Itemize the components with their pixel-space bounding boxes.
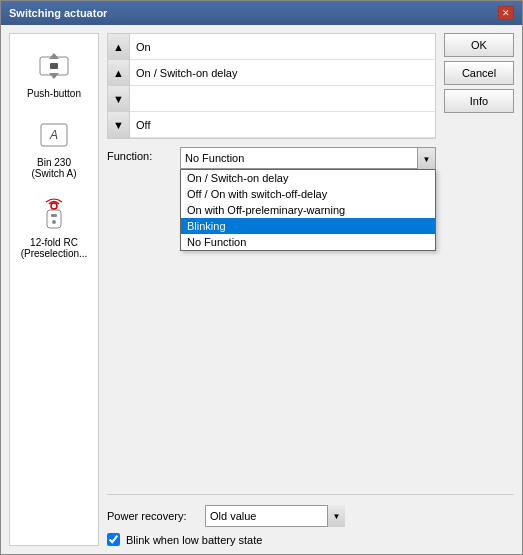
blink-checkbox-label: Blink when low battery state bbox=[126, 534, 262, 546]
device-list: Push-button A Bin 230 (Switch A) bbox=[9, 33, 99, 546]
blink-checkbox-row: Blink when low battery state bbox=[107, 533, 514, 546]
blink-checkbox[interactable] bbox=[107, 533, 120, 546]
window-title: Switching actuator bbox=[9, 7, 107, 19]
dropdown-item-off-preliminary[interactable]: On with Off-preleminary-warning bbox=[181, 202, 435, 218]
up-arrow-icon: ▲ bbox=[113, 41, 124, 53]
svg-rect-8 bbox=[51, 214, 57, 217]
title-bar-controls: ✕ bbox=[498, 6, 514, 20]
svg-rect-3 bbox=[50, 63, 58, 69]
function-dropdown[interactable]: No Function ▼ bbox=[180, 147, 436, 169]
channel-up-arrow-on[interactable]: ▲ bbox=[108, 34, 130, 60]
power-recovery-label: Power recovery: bbox=[107, 510, 197, 522]
channel-row-empty: ▼ bbox=[108, 86, 435, 112]
close-button[interactable]: ✕ bbox=[498, 6, 514, 20]
dropdown-item-switch-on-delay[interactable]: On / Switch-on delay bbox=[181, 170, 435, 186]
device-label-rc12: 12-fold RC (Preselection... bbox=[21, 237, 88, 259]
info-button[interactable]: Info bbox=[444, 89, 514, 113]
svg-marker-2 bbox=[49, 73, 59, 79]
svg-text:A: A bbox=[49, 128, 58, 142]
channel-value-delay: On / Switch-on delay bbox=[130, 67, 435, 79]
channel-value-off: Off bbox=[130, 119, 435, 131]
up-arrow-icon-2: ▲ bbox=[113, 67, 124, 79]
svg-point-9 bbox=[52, 220, 56, 224]
channel-down-arrow-empty[interactable]: ▼ bbox=[108, 86, 130, 112]
channels-and-function: ▲ On ▲ On / Switch-on delay bbox=[107, 33, 436, 169]
device-label-bin230: Bin 230 (Switch A) bbox=[31, 157, 76, 179]
channel-value-on: On bbox=[130, 41, 435, 53]
window-content: Push-button A Bin 230 (Switch A) bbox=[1, 25, 522, 554]
channel-row-off: ▼ Off bbox=[108, 112, 435, 138]
power-recovery-row: Power recovery: Old value On Off ▼ bbox=[107, 505, 514, 527]
channel-row-on: ▲ On bbox=[108, 34, 435, 60]
down-arrow-icon: ▼ bbox=[113, 93, 124, 105]
channel-up-arrow-delay[interactable]: ▲ bbox=[108, 60, 130, 86]
separator bbox=[107, 494, 514, 495]
dropdown-item-switch-off-delay[interactable]: Off / On with switch-off-delay bbox=[181, 186, 435, 202]
svg-marker-1 bbox=[49, 53, 59, 59]
function-section: Function: No Function ▼ On / Switch-on d… bbox=[107, 147, 436, 169]
channel-list: ▲ On ▲ On / Switch-on delay bbox=[107, 33, 436, 139]
rc12-icon bbox=[34, 195, 74, 235]
device-item-pushbutton[interactable]: Push-button bbox=[14, 42, 94, 103]
function-dropdown-list: On / Switch-on delay Off / On with switc… bbox=[180, 169, 436, 251]
function-dropdown-container: No Function ▼ On / Switch-on delay Off /… bbox=[180, 147, 436, 169]
device-item-rc12[interactable]: 12-fold RC (Preselection... bbox=[14, 191, 94, 263]
function-selected-value: No Function bbox=[181, 152, 435, 164]
power-recovery-select-container: Old value On Off ▼ bbox=[205, 505, 345, 527]
right-section: ▲ On ▲ On / Switch-on delay bbox=[107, 33, 514, 546]
svg-rect-6 bbox=[47, 210, 61, 228]
ok-button[interactable]: OK bbox=[444, 33, 514, 57]
title-bar: Switching actuator ✕ bbox=[1, 1, 522, 25]
channel-down-arrow-off[interactable]: ▼ bbox=[108, 112, 130, 138]
cancel-button[interactable]: Cancel bbox=[444, 61, 514, 85]
device-label-pushbutton: Push-button bbox=[27, 88, 81, 99]
device-item-bin230[interactable]: A Bin 230 (Switch A) bbox=[14, 111, 94, 183]
function-label: Function: bbox=[107, 147, 172, 162]
power-recovery-select[interactable]: Old value On Off bbox=[205, 505, 345, 527]
dropdown-item-no-function[interactable]: No Function bbox=[181, 234, 435, 250]
dropdown-item-blinking[interactable]: Blinking bbox=[181, 218, 435, 234]
pushbutton-icon bbox=[34, 46, 74, 86]
action-buttons: OK Cancel Info bbox=[444, 33, 514, 113]
bottom-section: Power recovery: Old value On Off ▼ Blink… bbox=[107, 486, 514, 546]
down-arrow-icon-2: ▼ bbox=[113, 119, 124, 131]
switching-actuator-window: Switching actuator ✕ Push-button bbox=[0, 0, 523, 555]
bin230-icon: A bbox=[34, 115, 74, 155]
svg-point-7 bbox=[51, 203, 57, 209]
top-right-row: ▲ On ▲ On / Switch-on delay bbox=[107, 33, 514, 169]
channel-row-switch-on-delay: ▲ On / Switch-on delay bbox=[108, 60, 435, 86]
